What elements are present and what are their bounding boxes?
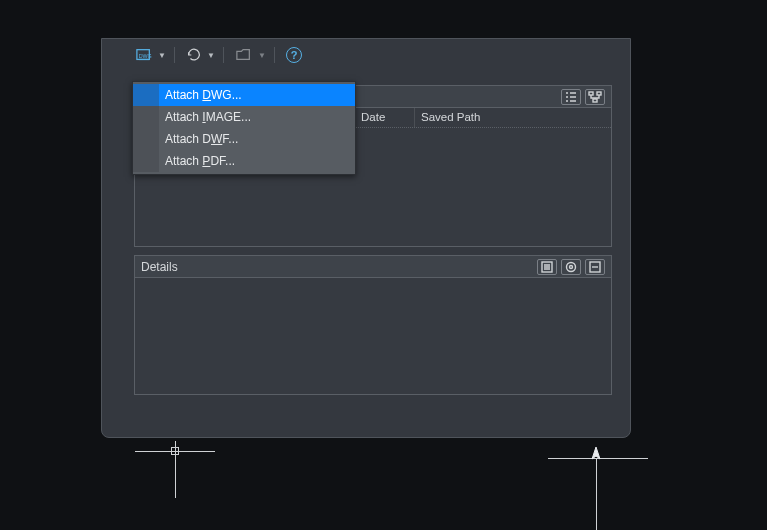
details-title: Details [141, 260, 178, 274]
help-button[interactable]: ? [283, 45, 305, 65]
toolbar-separator [223, 47, 224, 63]
menu-item-attach-3[interactable]: Attach PDF... [133, 150, 355, 172]
attach-dwg-button[interactable]: DWG [132, 45, 156, 65]
menu-item-label: Attach PDF... [159, 154, 355, 168]
details-pane: Details [134, 255, 612, 395]
svg-rect-5 [593, 99, 597, 102]
help-icon: ? [286, 47, 302, 63]
menu-item-attach-0[interactable]: Attach DWG... [133, 84, 355, 106]
change-path-button[interactable] [232, 45, 256, 65]
refresh-dropdown[interactable]: ▼ [207, 45, 215, 65]
crosshair-cursor [135, 441, 215, 521]
svg-rect-4 [597, 92, 601, 95]
attach-menu[interactable]: Attach DWG...Attach IMAGE...Attach DWF..… [132, 81, 356, 175]
external-reference-panel: DWG ▼ ▼ ▼ ? DateSaved Path [101, 38, 631, 438]
direction-cursor [548, 440, 648, 530]
change-path-dropdown[interactable]: ▼ [258, 45, 266, 65]
toolbar: DWG ▼ ▼ ▼ ? [132, 39, 305, 67]
menu-item-icon [133, 84, 159, 106]
menu-item-label: Attach DWG... [159, 88, 355, 102]
svg-point-7 [567, 262, 576, 271]
details-collapse-button[interactable] [585, 259, 605, 275]
column-header-saved-path[interactable]: Saved Path [415, 108, 611, 127]
toolbar-separator [274, 47, 275, 63]
list-view-button[interactable] [561, 89, 581, 105]
tree-view-button[interactable] [585, 89, 605, 105]
menu-item-icon [133, 150, 159, 172]
details-list-button[interactable] [537, 259, 557, 275]
details-header: Details [135, 256, 611, 278]
toolbar-separator [174, 47, 175, 63]
menu-item-attach-1[interactable]: Attach IMAGE... [133, 106, 355, 128]
attach-dropdown[interactable]: ▼ [158, 45, 166, 65]
column-header-date[interactable]: Date [355, 108, 415, 127]
menu-item-label: Attach DWF... [159, 132, 355, 146]
menu-item-label: Attach IMAGE... [159, 110, 355, 124]
svg-point-8 [570, 265, 573, 268]
menu-item-attach-2[interactable]: Attach DWF... [133, 128, 355, 150]
refresh-button[interactable] [183, 45, 205, 65]
svg-rect-3 [589, 92, 593, 95]
menu-item-icon [133, 128, 159, 150]
svg-text:DWG: DWG [139, 53, 152, 59]
menu-item-icon [133, 106, 159, 128]
details-preview-button[interactable] [561, 259, 581, 275]
